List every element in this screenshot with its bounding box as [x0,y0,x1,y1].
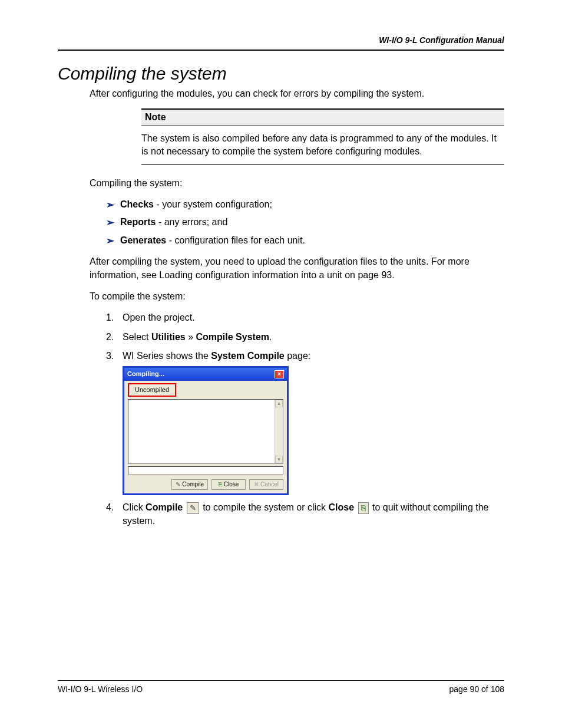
bullet-label: Reports [120,217,156,227]
bullet-checks: Checks - your system configuration; [106,198,504,211]
compile-icon: ✎ [176,480,180,489]
button-label: Cancel [260,480,279,489]
step-text: . [269,332,272,342]
bullet-rest: - configuration files for each unit. [166,235,305,245]
door-icon: ⎘ [219,480,222,489]
cancel-button: ✖ Cancel [249,479,283,490]
para-compiling: Compiling the system: [90,177,504,190]
footer-rule [58,680,504,681]
footer-page-current: 90 [470,684,480,694]
menu-utilities: Utilities [151,332,186,342]
close-button[interactable]: ⎘ Close [211,479,246,490]
step-text: to compile the system or click [203,502,328,512]
footer-page-of: of [479,684,490,694]
footer-page-label: page [449,684,470,694]
menu-compile-system: Compile System [196,332,269,342]
bullet-label: Generates [120,235,166,245]
progress-bar [128,466,283,475]
dialog-title-text: Compiling... [127,370,164,378]
note-heading: Note [141,108,504,126]
bullet-list: Checks - your system configuration; Repo… [90,198,504,247]
section-title: Compiling the system [58,64,504,84]
step-3: WI Series shows the System Compile page:… [106,350,504,495]
footer-page-total: 108 [491,684,504,694]
dialog-button-row: ✎ Compile ⎘ Close ✖ Cancel [124,478,287,493]
bullet-reports: Reports - any errors; and [106,216,504,229]
compile-log[interactable]: ▲ ▼ [128,399,283,464]
para-to-compile: To compile the system: [90,290,504,303]
dialog-titlebar[interactable]: Compiling... × [124,368,287,380]
footer-left: WI-I/O 9-L Wireless I/O [58,684,143,694]
para-after: After compiling the system, you need to … [90,255,504,282]
bullet-rest: - your system configuration; [154,199,272,209]
scrollbar[interactable]: ▲ ▼ [275,400,283,463]
bullet-label: Checks [120,199,154,209]
header-rule [58,50,504,51]
step-list: Open the project. Select Utilities » Com… [90,311,504,528]
button-label: Close [224,480,239,489]
step-text: » [186,332,196,342]
step-text: WI Series shows the [123,351,211,361]
note-box: Note The system is also compiled before … [141,108,504,164]
step-1: Open the project. [106,311,504,324]
page-name: System Compile [211,351,284,361]
step-text: Select [123,332,151,342]
compile-button[interactable]: ✎ Compile [171,479,208,490]
bullet-rest: - any errors; and [156,217,227,227]
page-content: WI-I/O 9-L Configuration Manual Compilin… [58,35,504,533]
close-word: Close [329,502,355,512]
cancel-icon: ✖ [254,480,259,489]
close-icon[interactable]: × [275,370,284,378]
compile-word: Compile [146,502,183,512]
page-footer: WI-I/O 9-L Wireless I/O page 90 of 108 [58,680,504,694]
compile-status-badge: Uncompiled [128,383,176,397]
bullet-generates: Generates - configuration files for each… [106,234,504,247]
door-icon[interactable]: ⎘ [358,502,369,514]
footer-right: page 90 of 108 [449,684,504,694]
compile-dialog: Compiling... × Uncompiled ▲ ▼ [123,366,289,495]
scroll-down-icon[interactable]: ▼ [275,456,283,463]
step-2: Select Utilities » Compile System. [106,331,504,344]
button-label: Compile [182,480,204,489]
intro-text: After configuring the modules, you can c… [90,87,504,100]
step-text: Click [123,502,146,512]
step-4: Click Compile ✎ to compile the system or… [106,501,504,528]
compile-icon[interactable]: ✎ [187,502,199,514]
step-text: page: [285,351,310,361]
scroll-up-icon[interactable]: ▲ [275,400,283,407]
note-body: The system is also compiled before any d… [141,126,504,165]
page-header-right: WI-I/O 9-L Configuration Manual [58,35,504,45]
